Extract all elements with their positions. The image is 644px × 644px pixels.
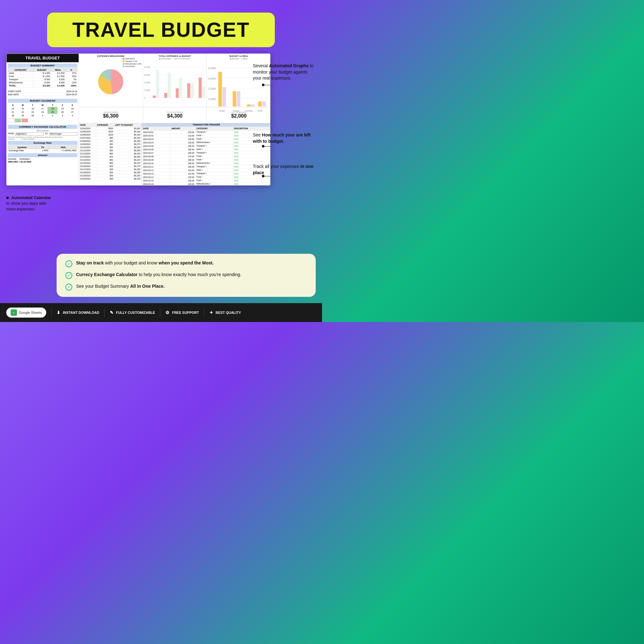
annotation-graphs: Several Automated Graphs to monitor your…	[253, 63, 316, 81]
calendar-color-block	[15, 119, 21, 122]
line-chart-svg: 8,000 6,000 4,000 2,000 0	[144, 61, 206, 106]
col-pct: %	[65, 69, 77, 72]
feature-bold-1: Stay on track	[76, 260, 104, 265]
feature-item-3: ✓ See your Budget Summary All in One Pla…	[65, 283, 307, 291]
annotation-track-bold: in one place	[253, 164, 313, 175]
table-row: Refreshments $ 500 $ 500 12%	[8, 81, 77, 84]
svg-text:Hotel: Hotel	[219, 109, 225, 112]
table-row: 2024-03-08270.00Food ▾PAID	[142, 155, 271, 158]
table-row: Hotel $ 4,000 $ 2,000 47%	[8, 72, 77, 75]
google-sheets-icon: ≡	[11, 309, 17, 316]
col-category: CATEGORY	[8, 69, 33, 72]
currency-header: CURRENCY EXCHANGE CALCULATOR	[8, 125, 77, 129]
customizable-label: FULLY CUSTOMIZABLE	[116, 311, 155, 314]
divider-2	[104, 308, 105, 317]
legend-item: Food 34.5%	[123, 65, 141, 67]
table-row: Transport $ 300 $ 300 7%	[8, 78, 77, 81]
table-row: 01/14/2024$80$6,220	[79, 158, 142, 162]
from-label: FROM	[8, 132, 14, 136]
annotation-budget-bold: How much your are left with to budget.	[253, 132, 311, 144]
currency-from-to: FROM Argentina ▾ TO Honk Kong ▾	[8, 132, 77, 136]
calendar-row: 2829301234	[8, 114, 77, 117]
amount-labels: Domestic Destination	[8, 158, 77, 160]
to-value: Honk Kong ▾	[49, 132, 77, 136]
col-date: DATE	[79, 123, 96, 127]
chart-legend-total: ■ EXPENSES □ LEFT TO BUDGET	[144, 58, 206, 60]
col-real: REAL	[51, 69, 65, 72]
table-row: 01/20/2024$55$6,245	[79, 177, 142, 180]
table-row: 2024-03-09280.00Food ▾PAID	[142, 158, 271, 162]
table-row: 01/07/2024$80$6,230	[79, 136, 142, 140]
dates-section: START DATE 2024-04-14 END DATE 2024-05-0…	[7, 89, 79, 97]
currency-section: CURRENCY EXCHANGE CALCULATOR Set Currenc…	[7, 124, 79, 164]
feature-text-2: Currecy Exchange Calculator to help you …	[76, 272, 241, 278]
support-icon: ⚙	[165, 310, 169, 315]
start-date-value: 2024-04-14	[66, 90, 77, 92]
left-to-budget-value: $2,000	[231, 113, 247, 119]
expense-table: DATE EXPENSES LEFT TO BUDGET 01/04/2024$…	[79, 123, 142, 180]
feature-item-1: ✓ Stay on track with your budget and kno…	[65, 260, 307, 267]
budget-summary-table: CATEGORY BUDGET REAL % Hotel $ 4,000 $ 2…	[8, 68, 77, 87]
col-date: DATE	[142, 127, 170, 130]
pie-legend: Hotel 48.5% Transport 7.1% Refreshments …	[123, 58, 141, 68]
svg-rect-17	[168, 73, 171, 98]
pie-chart-area: Hotel 48.5% Transport 7.1% Refreshments …	[80, 58, 142, 106]
data-area: DATE EXPENSES LEFT TO BUDGET 01/04/2024$…	[79, 123, 270, 186]
google-sheets-badge[interactable]: ≡ Google Sheets	[6, 308, 46, 318]
feature-bold-2: Currecy Exchange Calculator	[76, 272, 137, 277]
edit-icon: ✎	[110, 310, 114, 315]
svg-rect-38	[258, 102, 262, 107]
google-sheets-label: Google Sheets	[19, 311, 42, 314]
quality-label: BEST QUALITY	[216, 311, 241, 314]
expense-list: DATE EXPENSES LEFT TO BUDGET 01/04/2024$…	[79, 123, 142, 186]
annotation-track: Track all your expenses in one place	[253, 164, 316, 176]
svg-rect-18	[175, 88, 179, 98]
check-icon-3: ✓	[65, 284, 72, 291]
annotation-line-track	[264, 176, 270, 176]
chart-legend-budget-real: ■ BUDGET □ REAL	[208, 58, 269, 60]
initial-budget-cell: INITIAL BUDGET $6,300	[79, 107, 143, 123]
calc-result: 4500 ARS = 42.32 HKD	[8, 161, 77, 163]
letter-symbol-hint: Country 3 Letter Symbol	[8, 138, 77, 140]
download-icon: ⬇	[57, 310, 60, 315]
total-vs-budget-chart: TOTAL EXPENSES vs BUDGET ■ EXPENSES □ LE…	[143, 54, 207, 107]
col-amount: AMOUNT	[170, 127, 196, 130]
svg-text:6,000: 6,000	[144, 74, 150, 76]
annotation-calendar: Automated Calendar to show you days with…	[6, 195, 53, 212]
table-row: 01/09/2024$30$6,270	[79, 143, 142, 146]
svg-rect-39	[262, 102, 266, 107]
annotation-dot-left	[6, 197, 9, 199]
svg-rect-34	[233, 91, 236, 107]
legend-item: Refreshments 11.9%	[123, 63, 141, 65]
table-row: 01/15/2024$90$6,210	[79, 162, 142, 165]
annotation-dot-budget	[262, 145, 264, 147]
spreadsheet-mockup: TRAVEL BUDGET BUDGET SUMMARY CATEGORY BU…	[6, 53, 270, 186]
charts-area: EXPENSES BREAKDOWN Hotel 48.5%	[79, 54, 270, 123]
exchange-table: SymbolsTOHKD Exchange Rate1 ARS= 0.00940…	[8, 146, 77, 152]
from-value: Argentina ▾	[15, 132, 43, 136]
svg-rect-32	[219, 72, 222, 106]
table-row: 2024-03-12310.00Hotel ▾PAID	[142, 169, 271, 172]
spreadsheet-title: TRAVEL BUDGET	[7, 54, 79, 62]
divider-3	[160, 308, 160, 317]
svg-text:3,000: 3,000	[208, 77, 216, 80]
col-category: CATEGORY	[195, 127, 233, 130]
annotation-dot-graphs	[262, 84, 264, 86]
annotation-line-budget	[264, 146, 270, 147]
expenses-breakdown-chart: EXPENSES BREAKDOWN Hotel 48.5%	[79, 54, 143, 107]
table-row: 01/13/2024$70$6,260	[79, 155, 142, 158]
instant-download-badge: ⬇ INSTANT DOWNLOAD	[57, 310, 99, 315]
feature-text-1: Stay on track with your budget and know …	[76, 260, 214, 266]
check-icon-2: ✓	[65, 272, 72, 279]
svg-rect-33	[223, 87, 226, 107]
table-row: 2024-03-15230.00Food ▾PAID	[142, 179, 271, 182]
end-date-row: END DATE 2024-05-07	[8, 93, 77, 96]
transaction-table: DATE AMOUNT CATEGORY DESCRIPTION 2024-03…	[142, 126, 270, 186]
svg-rect-23	[202, 87, 205, 98]
col-budget: BUDGET	[33, 69, 51, 72]
customizable-badge: ✎ FULLY CUSTOMIZABLE	[110, 310, 155, 315]
feature-bold-3: All in One Place.	[130, 284, 165, 289]
divider-1	[51, 308, 52, 317]
svg-text:4,000: 4,000	[144, 81, 150, 84]
chart-title-budget-real: BUDGET vs REAL	[208, 55, 269, 57]
